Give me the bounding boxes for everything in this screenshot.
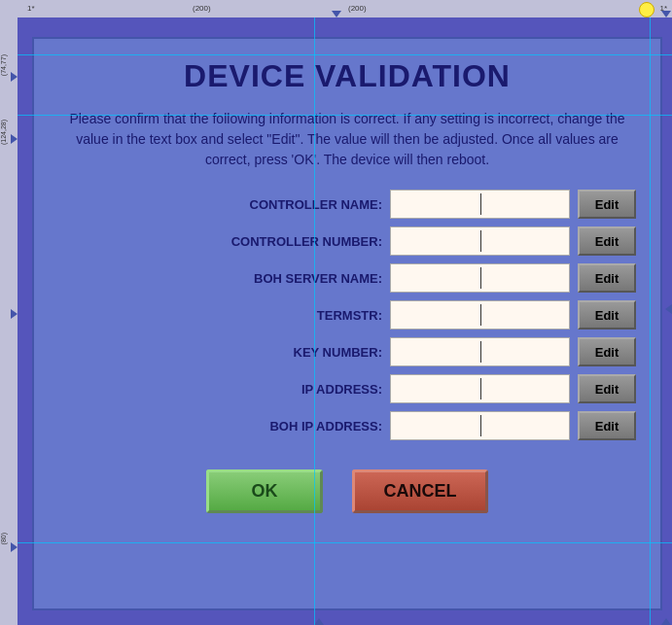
- guide-marker-bottom-right: [661, 618, 671, 625]
- ruler-label-124: (124,28): [0, 120, 7, 145]
- guide-marker-left-mid: [11, 134, 18, 144]
- guide-marker-right: [665, 304, 672, 314]
- input-ip-address[interactable]: [390, 374, 570, 403]
- cancel-button[interactable]: CANCEL: [352, 469, 488, 513]
- label-controller-name: CONTROLLER NAME:: [217, 197, 382, 212]
- input-key-number[interactable]: [390, 337, 570, 366]
- guide-marker-top-center: [332, 11, 341, 17]
- label-boh-server-name: BOH SERVER NAME:: [217, 271, 382, 286]
- ok-button[interactable]: OK: [206, 469, 323, 513]
- lightbulb-icon[interactable]: [639, 2, 654, 17]
- form-row-key-number: KEY NUMBER: Edit: [58, 337, 636, 366]
- label-termstr: TERMSTR:: [217, 308, 382, 323]
- guide-marker-left-top: [11, 72, 18, 82]
- input-controller-name[interactable]: [390, 190, 570, 219]
- form-row-termstr: TERMSTR: Edit: [58, 300, 636, 330]
- input-controller-number[interactable]: [390, 226, 570, 256]
- guide-line-horizontal-bottom: [18, 542, 672, 543]
- edit-btn-ip-address[interactable]: Edit: [578, 374, 636, 403]
- ruler-label-200-right: (200): [348, 4, 367, 13]
- form-row-ip-address: IP ADDRESS: Edit: [58, 374, 636, 403]
- edit-btn-key-number[interactable]: Edit: [578, 337, 636, 366]
- ruler-label-74: (74,77): [0, 54, 7, 76]
- ruler-corner: [0, 0, 18, 17]
- guide-marker-left-right: [11, 309, 18, 319]
- form-row-controller-name: CONTROLLER NAME: Edit: [58, 190, 636, 219]
- form-row-boh-ip-address: BOH IP ADDRESS: Edit: [58, 411, 636, 440]
- form-row-controller-number: CONTROLLER NUMBER: Edit: [58, 226, 636, 256]
- guide-line-horizontal-2: [18, 115, 672, 116]
- label-controller-number: CONTROLLER NUMBER:: [217, 234, 382, 249]
- form-row-boh-server-name: BOH SERVER NAME: Edit: [58, 263, 636, 293]
- ruler-left: (74,77) (124,28) (80): [0, 17, 18, 625]
- edit-btn-boh-ip-address[interactable]: Edit: [578, 411, 636, 440]
- ruler-label-1-left: 1*: [27, 4, 35, 13]
- edit-btn-controller-name[interactable]: Edit: [578, 190, 636, 219]
- guide-line-vertical-center: [314, 17, 315, 625]
- ruler-label-200-left: (200): [193, 4, 211, 13]
- button-row: OK CANCEL: [206, 469, 488, 513]
- label-boh-ip-address: BOH IP ADDRESS:: [217, 419, 382, 434]
- guide-marker-left-bottom: [11, 542, 18, 552]
- input-termstr[interactable]: [390, 300, 570, 330]
- dialog-panel: DEVICE VALIDATION Please confirm that th…: [32, 37, 662, 610]
- edit-btn-boh-server-name[interactable]: Edit: [578, 263, 636, 293]
- label-key-number: KEY NUMBER:: [217, 345, 382, 360]
- ruler-label-80: (80): [0, 533, 7, 544]
- edit-btn-controller-number[interactable]: Edit: [578, 226, 636, 256]
- input-boh-server-name[interactable]: [390, 263, 570, 293]
- page-title: DEVICE VALIDATION: [184, 58, 511, 94]
- label-ip-address: IP ADDRESS:: [217, 382, 382, 397]
- guide-line-horizontal-top: [18, 54, 672, 55]
- input-boh-ip-address[interactable]: [390, 411, 570, 440]
- dialog-description: Please confirm that the following inform…: [58, 109, 636, 170]
- edit-btn-termstr[interactable]: Edit: [578, 300, 636, 330]
- guide-marker-top-right: [661, 11, 671, 17]
- guide-line-vertical-right: [650, 17, 651, 625]
- ruler-top: 1* (200) (200) 1*: [18, 0, 672, 17]
- guide-marker-bottom-center: [314, 618, 324, 625]
- canvas-area: DEVICE VALIDATION Please confirm that th…: [18, 17, 672, 625]
- form-area: CONTROLLER NAME: Edit CONTROLLER NUMBER:…: [58, 190, 636, 440]
